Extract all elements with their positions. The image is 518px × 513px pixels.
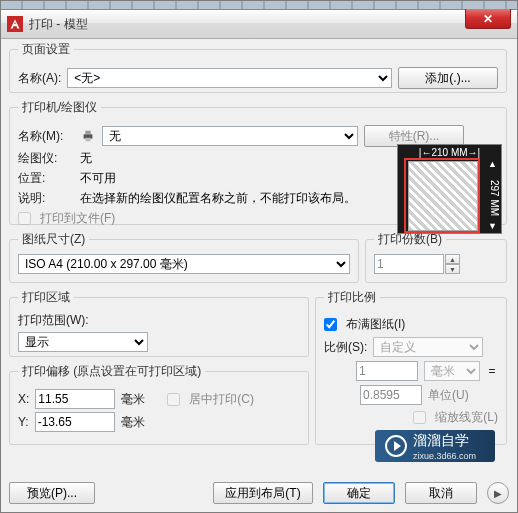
select-scale[interactable]: 自定义	[373, 337, 483, 357]
label-equals: =	[486, 364, 498, 378]
button-preview[interactable]: 预览(P)...	[9, 482, 95, 504]
printer-icon	[80, 129, 96, 143]
label-fit-to-paper: 布满图纸(I)	[346, 316, 405, 333]
label-offset-y-unit: 毫米	[121, 414, 145, 431]
close-button[interactable]: ✕	[465, 9, 511, 29]
fieldset-scale: 打印比例 布满图纸(I) 比例(S): 自定义 毫米 = 单位(U)	[315, 289, 507, 445]
brand-sub: zixue.3d66.com	[413, 451, 476, 461]
fieldset-printer: 打印机/绘图仪 名称(M): 无 特性(R)... 绘图仪: 无 位置: 不可用	[9, 99, 507, 225]
svg-rect-2	[85, 138, 90, 142]
select-print-what[interactable]: 显示	[18, 332, 148, 352]
label-print-what: 打印范围(W):	[18, 312, 300, 329]
checkbox-scale-lineweights[interactable]	[413, 411, 426, 424]
input-copies[interactable]	[374, 254, 444, 274]
dialog-body: 页面设置 名称(A): <无> 添加(.)... 打印机/绘图仪 名称(M):	[9, 41, 509, 504]
value-description: 在选择新的绘图仪配置名称之前，不能打印该布局。	[80, 190, 380, 207]
label-scale: 比例(S):	[324, 339, 367, 356]
button-add-pagesetup[interactable]: 添加(.)...	[398, 67, 498, 89]
expand-button[interactable]: ▶	[487, 482, 509, 504]
label-pagesetup-name: 名称(A):	[18, 70, 61, 87]
brand-name: 溜溜自学	[413, 432, 476, 450]
label-print-to-file: 打印到文件(F)	[40, 210, 115, 227]
play-icon	[385, 435, 407, 457]
label-units: 单位(U)	[428, 387, 498, 404]
label-center: 居中打印(C)	[189, 391, 254, 408]
app-icon	[7, 16, 23, 32]
select-paper-size[interactable]: ISO A4 (210.00 x 297.00 毫米)	[18, 254, 350, 274]
window-top-glass	[1, 1, 517, 10]
preview-width-label: |←210 MM→|	[398, 147, 501, 158]
input-scale-den[interactable]	[360, 385, 422, 405]
input-offset-x[interactable]	[35, 389, 115, 409]
label-position: 位置:	[18, 170, 74, 187]
footer: 预览(P)... 应用到布局(T) 确定 取消 ▶	[9, 478, 509, 504]
legend-offset: 打印偏移 (原点设置在可打印区域)	[18, 363, 205, 380]
checkbox-fit-to-paper[interactable]	[324, 318, 337, 331]
legend-scale: 打印比例	[324, 289, 380, 306]
legend-page-setup: 页面设置	[18, 41, 74, 58]
close-icon: ✕	[483, 12, 493, 26]
copies-spin-up[interactable]: ▲	[445, 254, 460, 264]
preview-sheet	[408, 161, 478, 231]
label-description: 说明:	[18, 190, 74, 207]
print-dialog: 打印 - 模型 ✕ 页面设置 名称(A): <无> 添加(.)... 打印机/绘…	[0, 0, 518, 513]
input-scale-num[interactable]	[356, 361, 418, 381]
button-apply-layout[interactable]: 应用到布局(T)	[213, 482, 313, 504]
select-scale-unit[interactable]: 毫米	[424, 361, 480, 381]
label-printer-name: 名称(M):	[18, 128, 74, 145]
fieldset-print-area: 打印区域 打印范围(W): 显示	[9, 289, 309, 357]
label-plotter: 绘图仪:	[18, 150, 74, 167]
checkbox-center[interactable]	[167, 393, 180, 406]
fieldset-copies: 打印份数(B) ▲ ▼	[365, 231, 507, 283]
window-title: 打印 - 模型	[29, 16, 88, 33]
paper-preview: |←210 MM→| 297 MM ▲ ▼	[397, 144, 502, 234]
legend-copies: 打印份数(B)	[374, 231, 446, 248]
label-offset-x: X:	[18, 392, 29, 406]
svg-rect-1	[85, 131, 90, 135]
input-offset-y[interactable]	[35, 412, 115, 432]
label-scale-lineweights: 缩放线宽(L)	[435, 409, 498, 426]
label-offset-y: Y:	[18, 415, 29, 429]
fieldset-page-setup: 页面设置 名称(A): <无> 添加(.)...	[9, 41, 507, 93]
chevron-right-icon: ▶	[494, 488, 502, 499]
copies-spin-down[interactable]: ▼	[445, 264, 460, 274]
button-ok[interactable]: 确定	[323, 482, 395, 504]
select-printer-name[interactable]: 无	[102, 126, 358, 146]
titlebar: 打印 - 模型 ✕	[1, 10, 517, 39]
fieldset-offset: 打印偏移 (原点设置在可打印区域) X: 毫米 居中打印(C) Y: 毫米	[9, 363, 309, 445]
fieldset-paper-size: 图纸尺寸(Z) ISO A4 (210.00 x 297.00 毫米)	[9, 231, 359, 283]
value-position: 不可用	[80, 170, 116, 187]
legend-printer: 打印机/绘图仪	[18, 99, 101, 116]
select-pagesetup-name[interactable]: <无>	[67, 68, 392, 88]
legend-paper-size: 图纸尺寸(Z)	[18, 231, 89, 248]
label-offset-x-unit: 毫米	[121, 391, 145, 408]
checkbox-print-to-file[interactable]	[18, 212, 31, 225]
brand-watermark: 溜溜自学 zixue.3d66.com	[375, 430, 495, 462]
legend-print-area: 打印区域	[18, 289, 74, 306]
value-plotter: 无	[80, 150, 92, 167]
button-cancel[interactable]: 取消	[405, 482, 477, 504]
